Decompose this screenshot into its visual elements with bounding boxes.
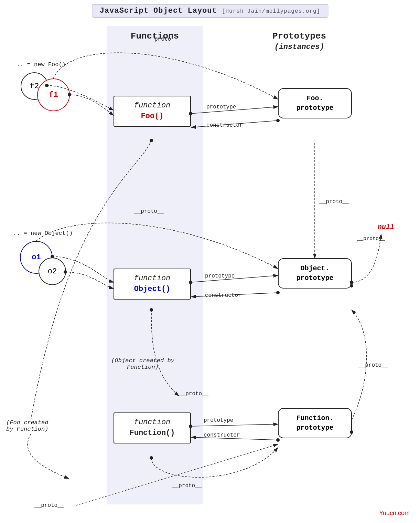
main-container: JavaScript Object Layout [Hursh Jain/mol… <box>0 0 420 523</box>
proto-box-foo: Foo.prototype <box>278 88 352 118</box>
func-foo-name: Foo() <box>120 111 184 122</box>
func-box-object: function Object() <box>114 269 191 300</box>
svg-line-8 <box>191 121 278 127</box>
label-proto-null: __proto__ <box>357 236 385 242</box>
svg-text:constructor: constructor <box>205 292 241 299</box>
header-prototypes-sub: (instances) <box>234 43 365 51</box>
label-new-object: .. = new Object() <box>13 230 73 237</box>
proto-function-label: Function.prototype <box>285 414 345 433</box>
svg-line-5 <box>191 107 278 114</box>
svg-text:__proto__: __proto__ <box>358 362 388 368</box>
svg-point-19 <box>276 291 280 294</box>
header-functions: Functions <box>107 31 203 41</box>
svg-text:prototype: prototype <box>204 417 233 423</box>
header-prototypes: Prototypes <box>234 31 365 41</box>
proto-object-label: Object.prototype <box>285 264 345 283</box>
note-foo-created: (Foo createdby Function) <box>6 419 61 432</box>
label-new-foo: .. = new Foo() <box>17 61 66 68</box>
svg-text:constructor: constructor <box>204 432 240 438</box>
circle-o2-label: o2 <box>48 267 57 276</box>
circle-o1-label: o1 <box>32 253 41 262</box>
func-foo-word: function <box>120 101 184 111</box>
svg-line-20 <box>191 293 278 297</box>
watermark: Yuucn.com <box>379 510 410 517</box>
svg-text:prototype: prototype <box>206 104 236 110</box>
circle-f1-label: f1 <box>49 91 58 99</box>
label-null: null <box>378 223 394 231</box>
svg-text:__proto__: __proto__ <box>34 502 64 509</box>
func-function-word: function <box>120 417 184 428</box>
func-box-function: function Function() <box>114 412 191 443</box>
svg-text:constructor: constructor <box>206 122 243 128</box>
func-box-foo: function Foo() <box>114 96 191 127</box>
svg-line-26 <box>191 424 278 426</box>
svg-text:__proto__: __proto__ <box>319 199 349 205</box>
circle-o2: o2 <box>39 258 66 285</box>
func-function-name: Function() <box>120 428 184 439</box>
arrows-svg: __proto__ prototype constructor __proto_… <box>0 0 420 523</box>
svg-text:prototype: prototype <box>205 273 235 279</box>
func-object-word: function <box>120 273 184 284</box>
proto-box-function: Function.prototype <box>278 408 352 438</box>
svg-point-7 <box>276 119 280 122</box>
note-object-created: (Object created byFunction) <box>107 357 179 370</box>
title-main: JavaScript Object Layout <box>100 7 217 15</box>
circle-f1: f1 <box>37 79 70 111</box>
circle-f2-label: f2 <box>30 82 39 91</box>
proto-foo-label: Foo.prototype <box>285 94 345 113</box>
func-object-name: Object() <box>120 284 184 295</box>
svg-line-17 <box>191 275 278 282</box>
svg-point-28 <box>276 438 280 442</box>
title-bar: JavaScript Object Layout [Hursh Jain/mol… <box>92 4 328 18</box>
proto-box-object: Object.prototype <box>278 258 352 289</box>
title-attr: [Hursh Jain/mollypages.org] <box>222 8 320 14</box>
svg-line-29 <box>191 437 278 440</box>
